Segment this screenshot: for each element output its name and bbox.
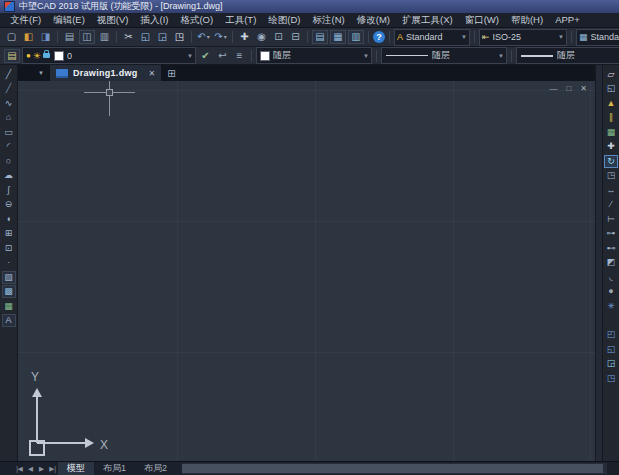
publish-icon[interactable]: ▥ [97,30,112,44]
menu-item[interactable]: 标注(N) [307,13,351,27]
chevron-down-icon[interactable]: ▼ [498,53,504,59]
pan-realtime-icon[interactable]: ✚ [237,30,252,44]
offset-icon[interactable]: ∥ [605,111,618,124]
layer-states-manager-icon[interactable]: ≡ [232,49,247,63]
help-icon[interactable]: ? [373,31,385,43]
horizontal-scrollbar-thumb[interactable] [182,464,603,473]
multiline-text-icon[interactable]: A [2,314,16,327]
fillet-icon[interactable]: ◟ [605,271,618,284]
zoom-previous-icon[interactable]: ⊟ [288,30,303,44]
rectangle-icon[interactable]: ▭ [2,126,15,139]
copy-icon[interactable]: ◱ [605,82,618,95]
undo-icon[interactable]: ↶▾ [196,30,211,44]
table-style-combo[interactable]: ▦Standard▼ [576,29,619,46]
copy-clip-icon[interactable]: ◱ [138,30,153,44]
dropdown-caret-icon[interactable]: ▾ [207,30,210,44]
tab-nav-icon[interactable]: ◀ [25,465,36,473]
new-file-icon[interactable]: ▢ [4,30,19,44]
menu-item[interactable]: 编辑(E) [47,13,91,27]
send-under-objects-icon[interactable]: ◳ [605,372,618,385]
menu-item[interactable]: 窗口(W) [459,13,505,27]
ellipse-icon[interactable]: ⊖ [2,198,15,211]
circle-icon[interactable]: ○ [2,155,15,168]
menu-item[interactable]: 绘图(D) [262,13,306,27]
design-center-icon[interactable]: ▦ [330,30,346,44]
insert-block-icon[interactable]: ⊞ [2,227,15,240]
menu-item[interactable]: 插入(I) [134,13,174,27]
dropdown-caret-icon[interactable]: ▾ [224,30,227,44]
explode-icon[interactable]: ✳ [605,300,618,313]
layout-tab-布局2[interactable]: 布局2 [135,462,176,475]
ellipse-arc-icon[interactable]: ◖ [2,213,15,226]
document-tab[interactable]: Drawing1.dwg ✕ [50,65,161,81]
save-file-icon[interactable]: ◨ [38,30,53,44]
dim-style-combo[interactable]: ⇤ISO-25▼ [479,29,567,46]
text-style-combo[interactable]: AStandard▼ [394,29,470,46]
redo-icon[interactable]: ↷▾ [213,30,228,44]
color-combo[interactable]: 随层 ▼ [256,47,372,64]
polyline-icon[interactable]: ∿ [2,97,15,110]
layer-previous-icon[interactable]: ↩ [215,49,230,63]
zoom-realtime-icon[interactable]: ◉ [254,30,269,44]
vertical-scrollbar[interactable] [595,65,602,461]
properties-palette-icon[interactable]: ▤ [312,30,328,44]
linetype-combo[interactable]: 随层 ▼ [381,47,507,64]
layout-tab-模型[interactable]: 模型 [58,462,94,475]
erase-icon[interactable]: ▱ [605,68,618,81]
polygon-icon[interactable]: ⌂ [2,111,15,124]
tab-nav-icon[interactable]: |◀ [14,465,25,473]
send-to-back-icon[interactable]: ◱ [605,343,618,356]
layer-properties-manager-icon[interactable]: ▤ [4,49,20,63]
point-icon[interactable]: ∙ [2,256,15,269]
break-icon[interactable]: ⊷ [605,242,618,255]
chevron-down-icon[interactable]: ▼ [363,53,369,59]
hatch-icon[interactable]: ▨ [2,271,16,284]
blend-curves-icon[interactable]: ● [605,285,618,298]
layout-tab-布局1[interactable]: 布局1 [94,462,135,475]
drawing-canvas[interactable]: — □ ✕ Y X [18,81,595,461]
menu-item[interactable]: 修改(M) [351,13,396,27]
array-icon[interactable]: ▦ [605,126,618,139]
menu-item[interactable]: 文件(F) [4,13,47,27]
close-tab-icon[interactable]: ✕ [149,69,156,78]
tab-nav-icon[interactable]: ▶| [47,465,58,473]
restore-doc-icon[interactable]: □ [566,84,571,93]
extend-icon[interactable]: ⊢ [605,213,618,226]
tab-list-dropdown-icon[interactable]: ▼ [35,68,47,78]
trim-icon[interactable]: ∕ [605,198,618,211]
revision-cloud-icon[interactable]: ☁ [2,169,15,182]
break-at-point-icon[interactable]: ⊶ [605,227,618,240]
menu-item[interactable]: 帮助(H) [505,13,549,27]
menu-item[interactable]: 扩展工具(X) [396,13,459,27]
lineweight-combo[interactable]: 随层 ▼ [516,47,619,64]
new-drawing-tab-icon[interactable]: ⊞ [167,68,175,79]
mirror-icon[interactable]: ▲ [605,97,618,110]
chevron-down-icon[interactable]: ▼ [187,53,193,59]
open-file-icon[interactable]: ◧ [21,30,36,44]
zoom-window-icon[interactable]: ⊡ [271,30,286,44]
move-icon[interactable]: ✚ [605,140,618,153]
layer-combo[interactable]: ● ☀ 0 ▼ [22,47,196,64]
scale-icon[interactable]: ◳ [605,169,618,182]
minimize-doc-icon[interactable]: — [549,84,557,93]
gradient-icon[interactable]: ▩ [2,285,16,298]
bring-to-front-icon[interactable]: ◰ [605,328,618,341]
horizontal-scrollbar[interactable] [182,463,607,474]
menu-item[interactable]: 视图(V) [91,13,135,27]
paste-icon[interactable]: ◲ [155,30,170,44]
arc-icon[interactable]: ◜ [2,140,15,153]
chevron-down-icon[interactable]: ▼ [461,34,467,40]
chamfer-icon[interactable]: ◩ [605,256,618,269]
table-icon[interactable]: ▦ [2,300,15,313]
spline-icon[interactable]: ʃ [2,184,15,197]
tab-nav-icon[interactable]: ▶ [36,465,47,473]
print-preview-icon[interactable]: ◫ [79,30,95,44]
make-object-layer-current-icon[interactable]: ✔ [198,49,213,63]
menu-item[interactable]: 格式(O) [174,13,219,27]
match-properties-icon[interactable]: ◳ [172,30,187,44]
cut-icon[interactable]: ✂ [121,30,136,44]
stretch-icon[interactable]: ↔ [605,184,618,197]
bring-above-objects-icon[interactable]: ◲ [605,357,618,370]
menu-item[interactable]: 工具(T) [219,13,262,27]
line-icon[interactable]: ╱ [2,68,15,81]
